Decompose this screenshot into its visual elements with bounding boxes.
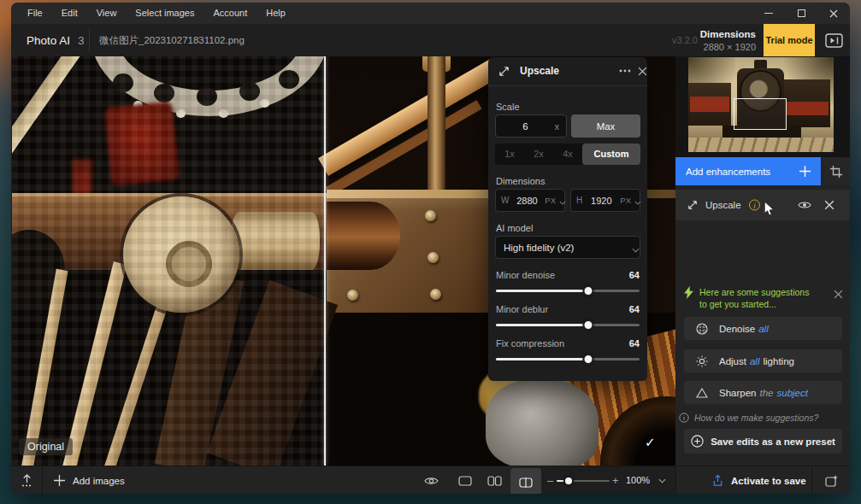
art-bolt — [425, 210, 436, 221]
side-by-side-icon — [487, 476, 502, 486]
preview-export-button[interactable] — [817, 466, 846, 494]
art-bolt — [428, 252, 439, 263]
upscale-row-label: Upscale — [705, 200, 741, 210]
info-icon[interactable]: i — [749, 200, 760, 211]
add-enhancements-button[interactable]: Add enhancements — [675, 157, 821, 185]
slider-value: 64 — [629, 270, 640, 280]
height-input[interactable]: H 1920 PX — [570, 189, 640, 212]
menu-select-images[interactable]: Select images — [126, 3, 203, 24]
suggestion-pre: the — [759, 388, 773, 398]
close-button[interactable] — [817, 3, 850, 24]
slider-handle[interactable] — [582, 354, 593, 365]
preview-eye-button[interactable] — [420, 466, 442, 494]
save-preset-label: Save edits as a new preset — [711, 437, 835, 447]
menu-bar: File Edit View Select images Account Hel… — [11, 3, 850, 24]
upscale-icon — [687, 200, 698, 210]
activate-to-save-button[interactable]: Activate to save — [712, 466, 806, 494]
suggestion-adjust-lighting-button[interactable]: Adjust all lighting — [684, 349, 842, 372]
side-by-side-view-button[interactable] — [483, 466, 505, 494]
zoom-slider[interactable] — [557, 480, 610, 482]
menu-edit[interactable]: Edit — [52, 3, 87, 24]
zoom-level-value[interactable]: 100% — [626, 466, 650, 494]
upscale-filter-row[interactable]: Upscale i — [675, 190, 850, 220]
export-button[interactable] — [11, 466, 42, 494]
sharpen-triangle-icon — [696, 388, 708, 398]
art-pole — [428, 56, 445, 203]
eye-icon — [424, 476, 439, 486]
upscale-panel: Upscale Scale 6 x Max 1x 2x 4x — [488, 57, 647, 381]
thumb-art — [690, 97, 729, 112]
crop-icon — [830, 166, 842, 178]
denoise-icon — [696, 323, 708, 335]
image-preview-canvas[interactable]: Original ✓ Upscale Scale 6 x — [12, 56, 675, 466]
suggestion-accent: all — [750, 356, 760, 366]
single-view-button[interactable] — [454, 466, 476, 494]
width-input[interactable]: W 2880 PX — [495, 189, 565, 212]
zoom-in-button[interactable]: + — [612, 474, 619, 487]
art-silver-chunk — [486, 379, 599, 466]
compare-split-divider[interactable] — [324, 56, 326, 466]
suggestion-sharpen-button[interactable]: Sharpen the subject — [684, 381, 842, 404]
image-dimensions: Dimensions 2880 × 1920 — [700, 28, 756, 53]
zoom-section: – + 100% — [541, 466, 675, 494]
ai-model-dropdown[interactable]: High fidelity (v2) — [495, 236, 640, 259]
scale-custom-button[interactable]: Custom — [582, 144, 640, 165]
scale-max-button[interactable]: Max — [571, 114, 640, 138]
slider-handle[interactable] — [582, 285, 593, 296]
slider-fill — [496, 324, 588, 326]
dismiss-suggestions-icon[interactable] — [834, 290, 843, 310]
split-view-button[interactable] — [510, 468, 541, 494]
right-sidebar: Add enhancements Upscale i — [675, 56, 850, 466]
trial-mode-button[interactable]: Trial mode — [764, 24, 815, 56]
title-bar: Photo AI 3 微信图片_202310271831102.png v3.2… — [11, 24, 850, 56]
navigator-thumbnail[interactable] — [688, 57, 834, 152]
viewport-rectangle[interactable] — [734, 98, 787, 130]
suggestion-text: Adjust — [719, 356, 746, 366]
scale-4x-button[interactable]: 4x — [553, 144, 582, 165]
plus-icon — [54, 475, 65, 486]
info-icon — [679, 413, 689, 423]
how-suggestions-text: How do we make suggestions? — [694, 413, 818, 423]
suggestion-denoise-button[interactable]: Denoise all — [684, 317, 842, 340]
menu-help[interactable]: Help — [257, 3, 295, 24]
crop-button[interactable] — [823, 157, 850, 185]
add-images-label: Add images — [73, 476, 125, 486]
suggestion-text: Sharpen — [719, 388, 756, 398]
visibility-eye-icon[interactable] — [798, 201, 811, 210]
mouse-cursor — [764, 201, 775, 217]
art-bolt — [430, 289, 441, 300]
slider-label: Fix compression — [496, 338, 564, 349]
remove-filter-icon[interactable] — [824, 200, 834, 210]
slider-label: Minor denoise — [496, 270, 555, 280]
app-window: File Edit View Select images Account Hel… — [11, 3, 850, 494]
minor-deblur-slider[interactable] — [496, 324, 640, 326]
thumb-art — [786, 102, 829, 115]
scale-value-input[interactable]: 6 x — [495, 114, 567, 138]
scale-preset-row: 1x 2x 4x Custom — [495, 144, 640, 165]
minimize-button[interactable] — [752, 3, 785, 24]
lightning-bolt-icon — [684, 286, 693, 310]
menu-account[interactable]: Account — [203, 3, 257, 24]
plus-icon — [799, 166, 811, 177]
menu-file[interactable]: File — [18, 3, 52, 24]
zoom-out-button[interactable]: – — [547, 474, 553, 487]
art-barrel — [327, 202, 400, 270]
maximize-button[interactable] — [785, 3, 817, 24]
open-file-name[interactable]: 微信图片_202310271831102.png — [99, 24, 245, 56]
fix-compression-slider[interactable] — [496, 358, 640, 360]
chevron-down-icon[interactable] — [658, 478, 666, 483]
minor-denoise-slider[interactable] — [496, 290, 640, 292]
dimensions-value: 2880 × 1920 — [700, 41, 756, 53]
scale-1x-button[interactable]: 1x — [495, 144, 524, 165]
scale-2x-button[interactable]: 2x — [524, 144, 553, 165]
zoom-slider-handle[interactable] — [563, 476, 574, 486]
sidebar-toggle-icon[interactable] — [823, 32, 844, 49]
menu-view[interactable]: View — [87, 3, 127, 24]
suggestion-tail: lighting — [763, 356, 793, 366]
slider-label: Minor deblur — [496, 304, 548, 314]
add-images-button[interactable]: Add images — [43, 466, 125, 494]
how-suggestions-link[interactable]: How do we make suggestions? — [679, 413, 818, 423]
save-preset-button[interactable]: Save edits as a new preset — [684, 429, 842, 454]
save-export-icon — [712, 474, 723, 487]
slider-handle[interactable] — [582, 319, 593, 331]
